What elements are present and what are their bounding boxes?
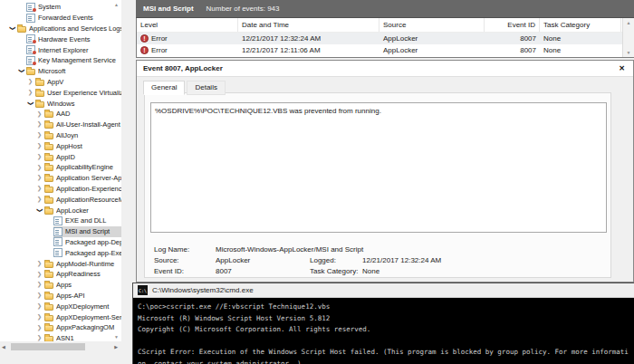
close-icon[interactable]: ✕ <box>619 64 625 72</box>
cmd-title-bar[interactable]: C:\ C:\Windows\system32\cmd.exe <box>133 283 634 298</box>
tree-item-appid[interactable]: ❯AppID <box>0 151 121 162</box>
chevron-collapsed-icon[interactable]: ❯ <box>34 325 44 331</box>
folder-icon <box>44 144 53 150</box>
event-log-icon <box>26 14 35 23</box>
tree-item-alljoyn[interactable]: ❯AllJoyn <box>0 130 121 141</box>
tree-item-label: Internet Explorer <box>38 46 90 54</box>
chevron-collapsed-icon[interactable]: ❯ <box>34 186 44 192</box>
console-line: Microsoft (R) Windows Script Host Versio… <box>138 313 634 325</box>
tree-item-label: Applications and Services Logs <box>29 24 121 33</box>
chevron-collapsed-icon[interactable]: ❯ <box>34 154 44 160</box>
tree-item-applocker[interactable]: ❯AppLocker <box>0 205 121 216</box>
chevron-collapsed-icon[interactable]: ❯ <box>34 282 44 288</box>
tree-item-asn1[interactable]: ❯ASN1 <box>0 333 121 341</box>
tree-item-application-server-applications[interactable]: ❯Application Server-Applications <box>0 173 121 184</box>
scroll-down-icon[interactable]: ▼ <box>623 50 634 55</box>
scrollbar-thumb[interactable] <box>11 343 85 350</box>
tree-item-applications-and-services-logs[interactable]: ❯Applications and Services Logs <box>0 24 121 34</box>
tree-item-application-experience[interactable]: ❯Application-Experience <box>0 184 121 195</box>
tree-item-apps-api[interactable]: ❯Apps-API <box>0 291 121 302</box>
chevron-collapsed-icon[interactable]: ❯ <box>34 261 44 267</box>
events-table-header: LevelDate and TimeSourceEvent IDTask Cat… <box>137 18 634 33</box>
tree-item-label: Apps <box>56 281 73 289</box>
tree-item-exe-and-dll[interactable]: ❯EXE and DLL <box>0 216 121 226</box>
tree-item-key-management-service[interactable]: ❯Key Management Service <box>0 55 121 66</box>
column-header-event-id[interactable]: Event ID <box>485 18 540 32</box>
column-header-date-and-time[interactable]: Date and Time <box>238 18 379 32</box>
chevron-collapsed-icon[interactable]: ❯ <box>34 196 44 203</box>
event-log-icon <box>26 34 35 43</box>
event-log-icon <box>26 3 35 12</box>
chevron-collapsed-icon[interactable]: ❯ <box>25 79 35 85</box>
event-row[interactable]: !Error12/21/2017 12:11:06 AMAppLocker800… <box>137 44 634 56</box>
event-message-box[interactable]: %OSDRIVE%\POC\TECHNIQUE12.VBS was preven… <box>150 102 607 233</box>
tree-item-forwarded-events[interactable]: ❯Forwarded Events <box>0 13 121 24</box>
tree-vertical-scrollbar[interactable]: ▲ ▼ <box>111 0 121 341</box>
tree-item-applicationresourcemanagement[interactable]: ❯ApplicationResourceManagement <box>0 194 121 205</box>
column-header-source[interactable]: Source <box>379 18 485 32</box>
scroll-up-icon[interactable]: ▲ <box>623 20 634 25</box>
chevron-collapsed-icon[interactable]: ❯ <box>34 335 44 341</box>
chevron-collapsed-icon[interactable]: ❯ <box>34 292 44 299</box>
chevron-expanded-icon[interactable]: ❯ <box>27 99 34 109</box>
tree-item-appxdeployment[interactable]: ❯AppXDeployment <box>0 301 121 311</box>
tree-item-microsoft[interactable]: ❯Microsoft <box>0 66 121 77</box>
scroll-left-icon[interactable]: ◀ <box>2 344 5 350</box>
tree-item-packaged-app-execution[interactable]: ❯Packaged app-Execution <box>0 247 121 258</box>
tab-details[interactable]: Details <box>187 81 225 95</box>
scroll-up-icon[interactable]: ▲ <box>111 2 121 7</box>
tree-item-system[interactable]: ❯System <box>0 2 121 13</box>
chevron-collapsed-icon[interactable]: ❯ <box>34 143 44 149</box>
log-name-value: Microsoft-Windows-AppLocker/MSI and Scri… <box>216 245 607 254</box>
tree-item-applicabilityengine[interactable]: ❯ApplicabilityEngine <box>0 162 121 173</box>
chevron-collapsed-icon[interactable]: ❯ <box>34 165 44 171</box>
chevron-collapsed-icon[interactable]: ❯ <box>34 132 44 139</box>
tree-item-apps[interactable]: ❯Apps <box>0 280 121 291</box>
tree-item-appxpackagingom[interactable]: ❯AppxPackagingOM <box>0 322 121 333</box>
console-line: Copyright (C) Microsoft Corporation. All… <box>138 324 634 336</box>
tree-item-aad[interactable]: ❯AAD <box>0 109 121 120</box>
tree-item-all-user-install-agent[interactable]: ❯All-User-Install-Agent <box>0 120 121 130</box>
chevron-expanded-icon[interactable]: ❯ <box>18 66 24 76</box>
tree-item-appreadiness[interactable]: ❯AppReadiness <box>0 269 121 280</box>
tree-horizontal-scrollbar[interactable]: ◀ ▶ <box>0 341 121 352</box>
folder-icon <box>17 26 26 33</box>
event-row[interactable]: !Error12/21/2017 12:32:24 AMAppLocker800… <box>137 33 634 44</box>
tree-item-hardware-events[interactable]: ❯Hardware Events <box>0 34 121 44</box>
tree-item-user-experience-virtualization[interactable]: ❯User Experience Virtualization <box>0 87 121 98</box>
folder-icon <box>44 187 53 193</box>
event-id-cell: 8007 <box>485 33 540 44</box>
chevron-collapsed-icon[interactable]: ❯ <box>34 303 44 310</box>
chevron-expanded-icon[interactable]: ❯ <box>9 24 15 34</box>
tree-item-appxdeployment-server[interactable]: ❯AppXDeployment-Server <box>0 311 121 322</box>
tree-item-label: AllJoyn <box>56 131 80 139</box>
chevron-collapsed-icon[interactable]: ❯ <box>34 272 44 278</box>
chevron-collapsed-icon[interactable]: ❯ <box>34 121 44 128</box>
folder-icon <box>44 111 53 118</box>
tree-item-appmodel-runtime[interactable]: ❯AppModel-Runtime <box>0 258 121 269</box>
chevron-collapsed-icon[interactable]: ❯ <box>34 314 44 321</box>
scroll-down-icon[interactable]: ▼ <box>111 334 121 340</box>
source-label: Source: <box>154 256 216 264</box>
tree-item-apphost[interactable]: ❯AppHost <box>0 140 121 151</box>
scroll-right-icon[interactable]: ▶ <box>114 344 118 350</box>
chevron-collapsed-icon[interactable]: ❯ <box>25 90 35 96</box>
chevron-expanded-icon[interactable]: ❯ <box>36 206 43 216</box>
table-vertical-scrollbar[interactable]: ▲ ▼ <box>622 18 634 57</box>
event-log-icon <box>53 216 62 225</box>
tree-item-packaged-app-deployment[interactable]: ❯Packaged app-Deployment <box>0 237 121 248</box>
tree-item-label: System <box>38 3 62 11</box>
chevron-collapsed-icon[interactable]: ❯ <box>34 111 44 118</box>
tree-item-internet-explorer[interactable]: ❯Internet Explorer <box>0 44 121 55</box>
tab-general[interactable]: General <box>143 81 185 95</box>
level-cell: Error <box>151 34 168 43</box>
console-output[interactable]: C:\poc>cscript.exe //E:vbscript Techniqu… <box>133 298 634 364</box>
error-icon: ! <box>140 46 149 54</box>
column-header-level[interactable]: Level <box>137 18 238 32</box>
column-header-task-category[interactable]: Task Category <box>540 18 621 32</box>
folder-icon <box>44 208 53 215</box>
tree-item-msi-and-script[interactable]: ❯MSI and Script <box>0 226 121 237</box>
tree-item-windows[interactable]: ❯Windows <box>0 98 121 109</box>
tree-item-appv[interactable]: ❯AppV <box>0 77 121 88</box>
chevron-collapsed-icon[interactable]: ❯ <box>34 175 44 181</box>
